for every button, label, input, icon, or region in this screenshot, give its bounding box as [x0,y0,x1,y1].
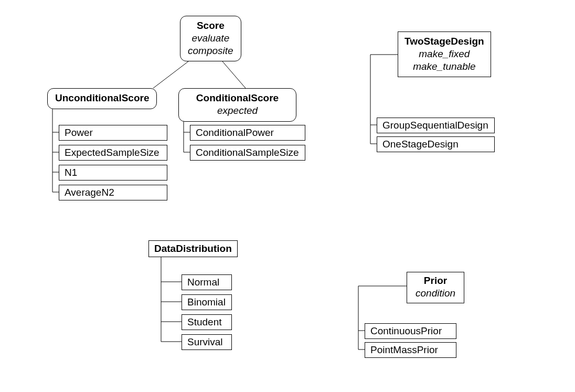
conditional-score-method: expected [186,104,289,117]
point-mass-prior-class: PointMassPrior [365,342,456,358]
student-label: Student [187,316,222,327]
group-sequential-design-label: GroupSequentialDesign [382,120,488,131]
unconditional-score-class: UnconditionalScore [47,88,157,109]
expected-sample-size-label: ExpectedSampleSize [65,147,159,158]
svg-line-1 [222,61,246,88]
svg-line-0 [153,61,188,88]
score-method-evaluate: evaluate [188,32,233,45]
score-method-composite: composite [188,45,233,57]
score-name: Score [188,19,233,32]
point-mass-prior-label: PointMassPrior [370,344,438,355]
two-stage-design-name: TwoStageDesign [404,35,484,48]
normal-class: Normal [182,274,232,290]
continuous-prior-class: ContinuousPrior [365,323,456,339]
normal-label: Normal [187,277,219,288]
class-diagram: Score evaluate composite UnconditionalSc… [0,0,575,392]
data-distribution-class: DataDistribution [148,240,238,257]
one-stage-design-class: OneStageDesign [377,136,495,152]
power-class: Power [59,125,167,141]
score-class: Score evaluate composite [180,16,241,61]
binomial-label: Binomial [187,296,226,308]
n1-label: N1 [65,167,77,178]
binomial-class: Binomial [182,294,232,310]
conditional-score-class: ConditionalScore expected [178,88,296,122]
conditional-score-name: ConditionalScore [186,92,289,104]
average-n2-class: AverageN2 [59,185,167,200]
expected-sample-size-class: ExpectedSampleSize [59,145,167,161]
survival-class: Survival [182,334,232,350]
two-stage-design-class: TwoStageDesign make_fixed make_tunable [398,31,491,77]
prior-method: condition [416,287,455,300]
two-stage-make-fixed: make_fixed [404,48,484,60]
group-sequential-design-class: GroupSequentialDesign [377,118,495,133]
power-label: Power [65,127,93,138]
n1-class: N1 [59,165,167,181]
conditional-power-label: ConditionalPower [196,127,274,138]
survival-label: Survival [187,336,223,347]
student-class: Student [182,314,232,330]
continuous-prior-label: ContinuousPrior [370,325,442,336]
one-stage-design-label: OneStageDesign [382,139,459,150]
conditional-power-class: ConditionalPower [190,125,305,141]
prior-class: Prior condition [407,272,464,303]
conditional-sample-size-class: ConditionalSampleSize [190,145,305,161]
average-n2-label: AverageN2 [65,187,114,198]
two-stage-make-tunable: make_tunable [404,60,484,73]
data-distribution-name: DataDistribution [154,243,232,254]
prior-name: Prior [416,274,455,287]
conditional-sample-size-label: ConditionalSampleSize [196,147,299,158]
unconditional-score-name: UnconditionalScore [55,92,149,104]
